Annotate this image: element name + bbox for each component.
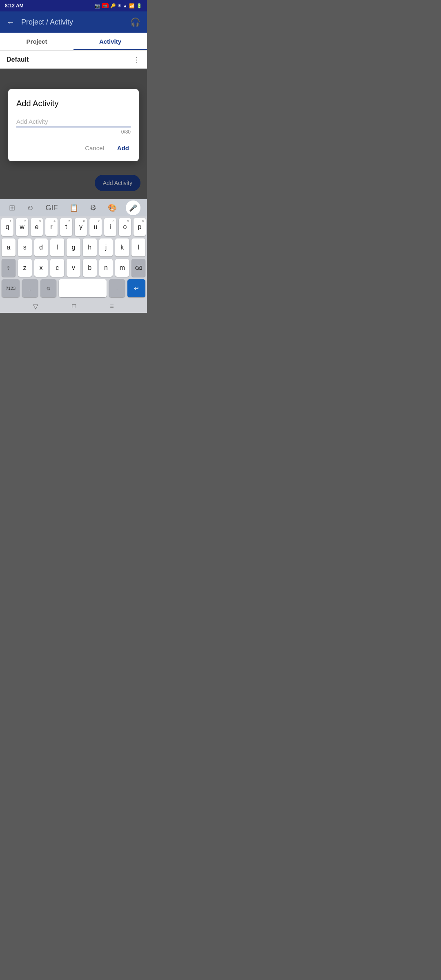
back-button[interactable]: ← [7, 18, 15, 27]
bluetooth-icon: ✳ [118, 3, 121, 9]
battery-icon: 🔋 [136, 3, 142, 9]
key-period[interactable]: . [109, 279, 125, 297]
key-icon: 🔑 [110, 3, 116, 9]
key-r[interactable]: r4 [45, 218, 58, 236]
key-enter[interactable]: ↵ [127, 279, 145, 297]
nav-home-button[interactable]: □ [72, 303, 76, 310]
camera-icon: 📷 [94, 3, 100, 9]
key-c[interactable]: c [50, 259, 64, 277]
key-emoji[interactable]: ☺ [40, 279, 56, 297]
tab-project[interactable]: Project [0, 33, 74, 50]
keyboard-row-4: ?123 , ☺ . ↵ [2, 279, 145, 297]
keyboard-gif-button[interactable]: GIF [43, 202, 60, 214]
keyboard-row-1: q1 w2 e3 r4 t5 y6 u7 i8 o9 p0 [2, 218, 145, 236]
key-l[interactable]: l [131, 238, 145, 256]
keyboard-grid-icon[interactable]: ⊞ [7, 202, 18, 214]
key-b[interactable]: b [83, 259, 97, 277]
keyboard-palette-icon[interactable]: 🎨 [105, 202, 119, 214]
key-symbols[interactable]: ?123 [2, 279, 20, 297]
char-count: 0/80 [16, 129, 131, 135]
key-space[interactable] [59, 279, 107, 297]
keyboard-smiley-icon[interactable]: ☺ [24, 202, 36, 214]
signal-icon: ▲ [123, 3, 127, 8]
key-m[interactable]: m [115, 259, 129, 277]
main-content: Add Activity Add Activity 0/80 Cancel Ad… [0, 69, 147, 199]
key-backspace[interactable]: ⌫ [131, 259, 145, 277]
wifi-icon: 📶 [129, 3, 135, 9]
headphone-icon[interactable]: 🎧 [130, 17, 140, 27]
nav-bar: ▽ □ ≡ [0, 300, 147, 313]
key-d[interactable]: d [34, 238, 48, 256]
app-bar: ← Project / Activity 🎧 [0, 11, 147, 33]
key-z[interactable]: z [18, 259, 32, 277]
tab-activity[interactable]: Activity [74, 33, 147, 50]
key-k[interactable]: k [115, 238, 129, 256]
key-i[interactable]: i8 [104, 218, 116, 236]
keyboard-row-3: ⇧ z x c v b n m ⌫ [2, 259, 145, 277]
status-icons: 📷 📹 🔑 ✳ ▲ 📶 🔋 [94, 3, 142, 9]
keyboard-clipboard-icon[interactable]: 📋 [67, 202, 81, 214]
key-a[interactable]: a [2, 238, 16, 256]
nav-menu-button[interactable]: ≡ [110, 303, 114, 310]
status-bar: 8:12 AM 📷 📹 🔑 ✳ ▲ 📶 🔋 [0, 0, 147, 11]
key-v[interactable]: v [67, 259, 80, 277]
default-row: Default ⋮ [0, 51, 147, 69]
app-bar-title: Project / Activity [21, 18, 130, 27]
cancel-button[interactable]: Cancel [83, 141, 106, 155]
status-time: 8:12 AM [5, 3, 24, 9]
key-comma[interactable]: , [22, 279, 38, 297]
tabs: Project Activity [0, 33, 147, 51]
keyboard-mic-icon[interactable]: 🎤 [126, 200, 140, 215]
nav-back-button[interactable]: ▽ [33, 303, 38, 310]
record-icon: 📹 [102, 3, 109, 8]
key-o[interactable]: o9 [119, 218, 131, 236]
add-button[interactable]: Add [116, 141, 131, 155]
key-x[interactable]: x [34, 259, 48, 277]
keyboard-rows: q1 w2 e3 r4 t5 y6 u7 i8 o9 p0 a s d f g … [0, 216, 147, 297]
keyboard-row-2: a s d f g h j k l [2, 238, 145, 256]
dialog-actions: Cancel Add [16, 141, 131, 155]
key-shift[interactable]: ⇧ [2, 259, 16, 277]
more-options-button[interactable]: ⋮ [132, 55, 140, 65]
key-w[interactable]: w2 [16, 218, 28, 236]
key-e[interactable]: e3 [31, 218, 43, 236]
key-g[interactable]: g [67, 238, 80, 256]
key-h[interactable]: h [83, 238, 97, 256]
dialog-title: Add Activity [16, 99, 131, 108]
key-q[interactable]: q1 [1, 218, 13, 236]
key-u[interactable]: u7 [89, 218, 102, 236]
key-n[interactable]: n [99, 259, 113, 277]
keyboard-toolbar: ⊞ ☺ GIF 📋 ⚙ 🎨 🎤 [0, 199, 147, 216]
default-label: Default [7, 56, 29, 63]
activity-name-input[interactable] [16, 116, 131, 127]
key-p[interactable]: p0 [134, 218, 146, 236]
keyboard: ⊞ ☺ GIF 📋 ⚙ 🎨 🎤 q1 w2 e3 r4 t5 y6 u7 i8 … [0, 199, 147, 313]
key-t[interactable]: t5 [60, 218, 72, 236]
key-f[interactable]: f [50, 238, 64, 256]
dialog-input-wrapper [16, 116, 131, 127]
add-activity-dialog: Add Activity 0/80 Cancel Add [8, 89, 139, 161]
key-s[interactable]: s [18, 238, 32, 256]
key-j[interactable]: j [99, 238, 113, 256]
keyboard-settings-icon[interactable]: ⚙ [87, 202, 99, 214]
key-y[interactable]: y6 [75, 218, 87, 236]
